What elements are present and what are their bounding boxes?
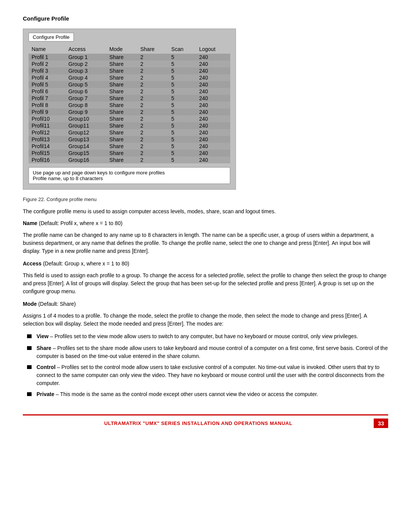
box-header: Configure Profile xyxy=(29,33,74,42)
section-heading-0: Name (Default: Profil x, where x = 1 to … xyxy=(23,219,388,227)
table-cell: 2 xyxy=(137,61,168,67)
footer-text: ULTRAMATRIX "UMX" SERIES INSTALLATION AN… xyxy=(23,420,374,426)
section-body-1: This field is used to assign each profil… xyxy=(23,272,388,296)
bullet-body: Profiles set to the control mode allow u… xyxy=(37,364,384,386)
table-cell: 240 xyxy=(196,109,230,115)
table-col-access: Access xyxy=(65,45,107,54)
hint-box: Use page up and page down keys to config… xyxy=(29,167,230,184)
bullet-icon xyxy=(27,391,34,399)
table-cell: 5 xyxy=(168,129,196,136)
table-cell: 2 xyxy=(137,150,168,157)
table-cell: 240 xyxy=(196,150,230,157)
table-cell: 5 xyxy=(168,88,196,95)
table-cell: 5 xyxy=(168,136,196,143)
table-cell: Group 9 xyxy=(65,109,107,115)
table-cell: 2 xyxy=(137,102,168,109)
table-cell: Profil 4 xyxy=(29,74,65,81)
table-cell: 240 xyxy=(196,54,230,61)
table-cell: 5 xyxy=(168,67,196,74)
table-col-name: Name xyxy=(29,45,65,54)
table-cell: Profil 5 xyxy=(29,81,65,88)
table-cell: 2 xyxy=(137,67,168,74)
section-heading-suffix: (Default: Group x, where x = 1 to 80) xyxy=(41,260,129,267)
table-cell: 5 xyxy=(168,54,196,61)
bullet-body: This mode is the same as the control mod… xyxy=(60,391,318,397)
table-cell: 5 xyxy=(168,143,196,150)
section-body-0: The profile name can be changed to any n… xyxy=(23,231,388,255)
list-item: Control – Profiles set to the control mo… xyxy=(27,363,388,387)
page-title: Configure Profile xyxy=(23,15,388,22)
bullet-term: View xyxy=(37,333,49,339)
table-cell: 2 xyxy=(137,157,168,163)
table-cell: Profil15 xyxy=(29,150,65,157)
bullet-text: Control – Profiles set to the control mo… xyxy=(37,363,388,387)
table-cell: 2 xyxy=(137,54,168,61)
table-row: Profil11Group11Share25240 xyxy=(29,122,230,129)
list-item: Private – This mode is the same as the c… xyxy=(27,390,388,399)
table-cell: Share xyxy=(106,109,137,115)
table-col-scan: Scan xyxy=(168,45,196,54)
table-cell: Share xyxy=(106,61,137,67)
table-row: Profil 7Group 7Share25240 xyxy=(29,95,230,102)
table-cell: 5 xyxy=(168,61,196,67)
table-col-logout: Logout xyxy=(196,45,230,54)
table-cell: Profil16 xyxy=(29,157,65,163)
section-block-0: Name (Default: Profil x, where x = 1 to … xyxy=(23,219,388,255)
table-cell: Share xyxy=(106,143,137,150)
table-cell: 240 xyxy=(196,136,230,143)
table-cell: Profil 8 xyxy=(29,102,65,109)
bullets-list: View – Profiles set to the view mode all… xyxy=(23,332,388,399)
table-cell: Profil14 xyxy=(29,143,65,150)
intro-text: The configure profile menu is used to as… xyxy=(23,208,388,216)
table-cell: Share xyxy=(106,88,137,95)
bullet-body: Profiles set to the view mode allow user… xyxy=(54,333,358,339)
section-heading-2: Mode (Default: Share) xyxy=(23,300,388,308)
table-cell: Group13 xyxy=(65,136,107,143)
table-header-row: NameAccessModeShareScanLogout xyxy=(29,45,230,54)
table-cell: Profil 3 xyxy=(29,67,65,74)
table-cell: Share xyxy=(106,74,137,81)
table-cell: Group14 xyxy=(65,143,107,150)
table-cell: Group 4 xyxy=(65,74,107,81)
table-row: Profil 1Group 1Share25240 xyxy=(29,54,230,61)
configure-profile-box: Configure Profile NameAccessModeShareSca… xyxy=(23,29,236,190)
section-block-2: Mode (Default: Share)Assigns 1 of 4 mode… xyxy=(23,300,388,328)
table-cell: Profil11 xyxy=(29,122,65,129)
table-cell: Group 3 xyxy=(65,67,107,74)
table-cell: Profil 1 xyxy=(29,54,65,61)
table-row: Profil12Group12Share25240 xyxy=(29,129,230,136)
table-cell: Share xyxy=(106,122,137,129)
table-cell: 240 xyxy=(196,143,230,150)
table-cell: Profil13 xyxy=(29,136,65,143)
table-cell: Group 5 xyxy=(65,81,107,88)
profile-table: NameAccessModeShareScanLogout Profil 1Gr… xyxy=(29,45,230,163)
footer: ULTRAMATRIX "UMX" SERIES INSTALLATION AN… xyxy=(23,414,388,431)
table-cell: 5 xyxy=(168,74,196,81)
bullet-text: Private – This mode is the same as the c… xyxy=(37,390,318,398)
table-cell: 5 xyxy=(168,122,196,129)
table-row: Profil13Group13Share25240 xyxy=(29,136,230,143)
table-cell: Share xyxy=(106,136,137,143)
table-cell: Profil 7 xyxy=(29,95,65,102)
bullet-text: Share – Profiles set to the share mode a… xyxy=(37,344,388,360)
bullet-term: Control xyxy=(37,364,56,370)
table-row: Profil15Group15Share25240 xyxy=(29,150,230,157)
table-row: Profil 8Group 8Share25240 xyxy=(29,102,230,109)
table-row: Profil 4Group 4Share25240 xyxy=(29,74,230,81)
table-cell: 240 xyxy=(196,67,230,74)
section-heading-label: Mode xyxy=(23,301,37,307)
table-cell: Profil 6 xyxy=(29,88,65,95)
table-cell: Group15 xyxy=(65,150,107,157)
table-cell: 2 xyxy=(137,88,168,95)
list-item: Share – Profiles set to the share mode a… xyxy=(27,344,388,360)
bullet-separator: – xyxy=(49,333,55,339)
table-cell: 240 xyxy=(196,129,230,136)
table-cell: Group 7 xyxy=(65,95,107,102)
table-cell: 2 xyxy=(137,109,168,115)
table-row: Profil10Group10Share25240 xyxy=(29,115,230,122)
section-block-1: Access (Default: Group x, where x = 1 to… xyxy=(23,260,388,296)
table-cell: 240 xyxy=(196,102,230,109)
section-heading-suffix: (Default: Share) xyxy=(37,301,76,307)
table-cell: 240 xyxy=(196,88,230,95)
table-cell: 240 xyxy=(196,81,230,88)
